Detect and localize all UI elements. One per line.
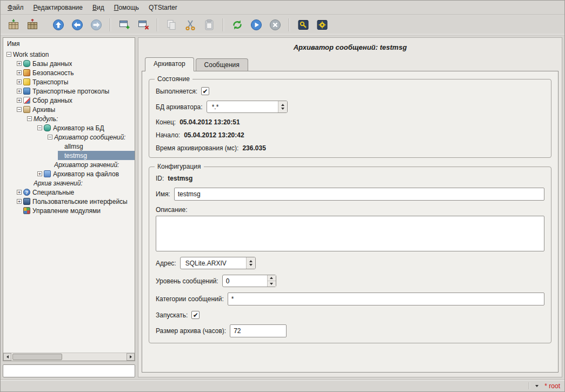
state-groupbox: Состояние Выполняется: ✔ БД архиватора: … — [149, 79, 551, 158]
expand-toggle[interactable]: + — [17, 79, 22, 84]
tab-messages[interactable]: Сообщения — [196, 58, 248, 71]
menu-file[interactable]: Файл — [3, 2, 29, 14]
expand-toggle[interactable]: + — [17, 89, 22, 94]
address-combobox[interactable]: SQLite.ARXIV — [180, 257, 256, 269]
categories-input[interactable] — [228, 293, 544, 305]
archiving-time-label: Время архивирования (мс): — [156, 144, 238, 152]
open-vision-button[interactable] — [314, 16, 331, 34]
message-level-spinbox[interactable] — [222, 275, 276, 287]
tabbar: Архиватор Сообщения — [142, 57, 559, 71]
tree-panel: Имя −Work station+Базы данных+Безопаснос… — [3, 37, 135, 361]
tree-hscrollbar[interactable] — [3, 353, 135, 361]
tree-item[interactable]: Управление модулями — [3, 206, 135, 215]
archive-size-input[interactable] — [230, 324, 287, 337]
running-checkbox[interactable]: ✔ — [201, 87, 209, 95]
save-to-db-button[interactable] — [24, 16, 41, 34]
navigator-column: Имя −Work station+Базы данных+Безопаснос… — [3, 37, 135, 377]
spin-buttons — [267, 275, 276, 287]
tree-item[interactable]: −Архиватор на БД — [3, 123, 135, 132]
tree-item[interactable]: allmsg — [3, 142, 135, 151]
tree-item[interactable]: testmsg — [3, 151, 135, 160]
tab-archiver[interactable]: Архиватор — [145, 57, 194, 71]
statusbar-separator — [529, 382, 529, 389]
protocols-icon — [23, 88, 30, 95]
go-previous-button[interactable] — [69, 16, 86, 34]
stop-updating-button[interactable] — [267, 16, 284, 34]
name-label: Имя: — [156, 190, 170, 198]
data-acquisition-icon — [23, 97, 30, 104]
delete-item-button[interactable] — [135, 16, 152, 34]
collapse-toggle[interactable]: − — [6, 52, 11, 57]
begin-value: 05.04.2012 13:20:42 — [184, 131, 244, 139]
check-icon: ✔ — [203, 88, 208, 95]
start-updating-button[interactable] — [248, 16, 265, 34]
tree-item-label: Архив значений: — [34, 180, 83, 187]
archiver-db-combobox[interactable]: *.* — [207, 101, 288, 113]
cut-icon — [184, 18, 197, 31]
menu-view[interactable]: Вид — [88, 2, 109, 14]
copy-item-button[interactable] — [163, 16, 180, 34]
tree-item[interactable]: +Сбор данных — [3, 96, 135, 105]
tree-item-label: Сбор данных — [32, 97, 72, 104]
description-textarea[interactable] — [156, 216, 544, 251]
tree-item[interactable]: −Архиватор сообщений: — [3, 132, 135, 142]
collapse-toggle[interactable]: − — [37, 125, 42, 130]
tree-item-label: allmsg — [64, 143, 83, 150]
archive-size-label: Размер архива (часов): — [156, 327, 226, 335]
expand-toggle[interactable]: + — [17, 98, 22, 103]
chevron-down-icon — [535, 385, 539, 387]
tree-item[interactable]: +Транспортные протоколы — [3, 87, 135, 96]
tree-item[interactable]: +Транспорты — [3, 77, 135, 87]
tree-item[interactable]: +Безопасность — [3, 68, 135, 77]
scrollbar-track[interactable] — [11, 353, 127, 361]
expand-toggle[interactable]: + — [17, 190, 22, 195]
tree-header[interactable]: Имя — [3, 38, 135, 49]
tree-item[interactable]: +Базы данных — [3, 59, 135, 68]
cut-item-button[interactable] — [182, 16, 199, 34]
spin-up-button[interactable] — [268, 275, 276, 281]
run-checkbox[interactable]: ✔ — [191, 311, 200, 319]
scroll-right-button[interactable] — [127, 353, 135, 361]
tree-item-label: Архивы — [32, 106, 55, 114]
tree-item-label: Транспорты — [32, 78, 68, 86]
expand-toggle[interactable]: + — [17, 70, 22, 75]
tree-item[interactable]: +Архиватор на файлов — [3, 169, 135, 178]
menu-qtstarter[interactable]: QTStarter — [144, 2, 182, 14]
right-arrow-icon — [130, 355, 132, 358]
go-up-button[interactable] — [50, 16, 67, 34]
refresh-button[interactable] — [229, 16, 246, 34]
tree-item[interactable]: +Специальные — [3, 188, 135, 197]
scrollbar-thumb[interactable] — [12, 354, 62, 360]
go-next-button[interactable] — [88, 16, 105, 34]
user-dropdown-button[interactable] — [533, 382, 541, 390]
tree-item[interactable]: Архив значений: — [3, 178, 135, 188]
tree-item[interactable]: Архиватор значений: — [3, 160, 135, 169]
tree-item[interactable]: −Модуль: — [3, 114, 135, 123]
status-user[interactable]: * root — [544, 382, 560, 390]
message-level-input[interactable] — [223, 275, 267, 287]
collapse-toggle[interactable]: − — [27, 116, 32, 121]
expand-toggle[interactable]: + — [17, 61, 22, 66]
databases-icon — [23, 60, 30, 67]
modules-icon — [23, 207, 30, 214]
tree-item[interactable]: +Пользовательские интерфейсы — [3, 197, 135, 206]
expand-toggle[interactable]: + — [17, 199, 22, 204]
spin-down-button[interactable] — [268, 281, 276, 287]
tree-item-label: Архиватор значений: — [54, 161, 119, 169]
tree-item[interactable]: −Work station — [3, 50, 135, 59]
archiver-db-value: *.* — [207, 101, 278, 112]
menu-help[interactable]: Помощь — [109, 2, 144, 14]
collapse-toggle[interactable]: − — [17, 107, 22, 112]
scroll-left-button[interactable] — [3, 353, 11, 361]
menu-edit[interactable]: Редактирование — [29, 2, 88, 14]
tree-item[interactable]: −Архивы — [3, 105, 135, 114]
expand-toggle[interactable]: + — [37, 171, 42, 176]
paste-item-button[interactable] — [201, 16, 218, 34]
name-input[interactable] — [174, 188, 544, 201]
tree-bottom-input[interactable] — [3, 364, 135, 377]
add-item-button[interactable] — [116, 16, 133, 34]
collapse-toggle[interactable]: − — [48, 135, 52, 139]
delete-item-icon — [137, 18, 150, 31]
open-configurator-button[interactable] — [295, 16, 312, 34]
load-from-db-button[interactable] — [5, 16, 22, 34]
